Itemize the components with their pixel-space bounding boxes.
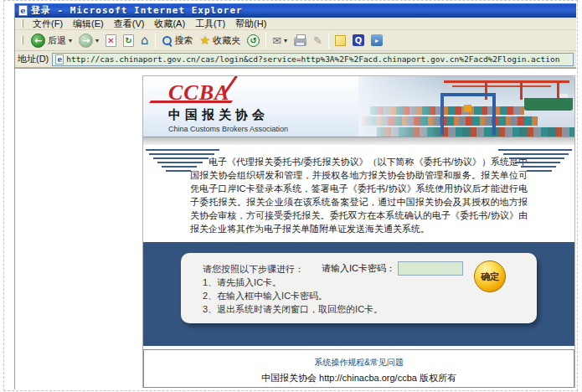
decor-lines-left: [146, 149, 223, 174]
back-label: 后退: [48, 34, 66, 47]
toolbar-grip: [21, 19, 23, 28]
menu-favorites[interactable]: 收藏(A): [149, 18, 190, 29]
login-section: 请您按照以下步骤进行： 1、请先插入IC卡。 2、在输入框中输入IC卡密码。 3…: [143, 242, 574, 346]
logo-swoosh: [224, 76, 238, 95]
page-favicon: e: [55, 54, 64, 64]
edit-button[interactable]: ✎: [310, 34, 326, 48]
history-icon: ↺: [247, 34, 260, 47]
back-button[interactable]: ← 后退 ▾: [28, 32, 75, 49]
login-box: 请您按照以下步骤进行： 1、请先插入IC卡。 2、在输入框中输入IC卡密码。 3…: [181, 253, 537, 323]
home-button[interactable]: ⌂: [137, 33, 152, 49]
forward-button[interactable]: → ▾: [75, 32, 102, 49]
menu-help[interactable]: 帮助(H): [230, 18, 271, 29]
browser-viewport: CCBA 中国报关协会 China Customs Brokers Associ…: [15, 68, 576, 389]
copyright-text: 中国报关协会 http://chinacba.org/ccba 版权所有: [144, 372, 574, 384]
ccba-logo-acronym: CCBA: [168, 82, 229, 104]
menu-file[interactable]: 文件(F): [28, 18, 68, 29]
refresh-button[interactable]: ↻: [120, 33, 137, 49]
mail-button[interactable]: ✉ ▾: [269, 34, 291, 48]
step-1: 1、请先插入IC卡。: [203, 276, 383, 289]
ic-card-password-input[interactable]: [398, 261, 463, 276]
print-icon: [294, 37, 306, 46]
forward-icon: →: [79, 34, 93, 48]
ic-card-password-label: 请输入IC卡密码：: [322, 262, 395, 275]
toolbar-separator: [328, 33, 329, 49]
stop-button[interactable]: ✕: [102, 33, 120, 49]
search-button[interactable]: 搜索: [158, 33, 197, 49]
mail-dropdown-icon: ▾: [284, 37, 287, 44]
edit-icon: ✎: [313, 35, 322, 46]
window-titlebar[interactable]: e 登录 - Microsoft Internet Explorer: [15, 3, 576, 18]
page-header: CCBA 中国报关协会 China Customs Brokers Associ…: [143, 76, 574, 137]
address-input[interactable]: e http://cas.chinaport.gov.cn/cas/login&…: [52, 53, 574, 66]
page-footer: 系统操作规程&常见问题 中国报关协会 http://chinacba.org/c…: [143, 349, 574, 388]
back-dropdown-icon: ▾: [69, 37, 72, 44]
system-description: 电子《代理报关委托书/委托报关协议》（以下简称《委托书/协议》）系统是中国报关协…: [190, 155, 528, 235]
ie-window: e 登录 - Microsoft Internet Explorer 文件(F)…: [14, 3, 576, 389]
toolbar-separator: [265, 33, 266, 49]
header-divider-band: [143, 137, 574, 145]
standard-toolbar: ← 后退 ▾ → ▾ ✕ ↻ ⌂ 搜索 ★: [15, 30, 576, 51]
address-url-text: http://cas.chinaport.gov.cn/cas/login&cd…: [66, 54, 559, 64]
stop-icon: ✕: [106, 34, 116, 47]
media-button[interactable]: ▸: [368, 33, 386, 48]
address-bar: 地址(D) e http://cas.chinaport.gov.cn/cas/…: [15, 51, 576, 68]
refresh-icon: ↻: [123, 34, 134, 47]
menu-view[interactable]: 查看(V): [109, 18, 150, 29]
search-label: 搜索: [175, 34, 193, 47]
favorites-label: 收藏夹: [213, 34, 240, 47]
step-2: 2、在输入框中输入IC卡密码。: [203, 289, 383, 302]
menu-bar: 文件(F) 编辑(E) 查看(V) 收藏(A) 工具(T) 帮助(H): [15, 18, 576, 30]
ccba-logo-english: China Customs Brokers Association: [168, 125, 288, 133]
toolbar-separator: [155, 33, 156, 49]
search-icon: [162, 35, 173, 46]
messenger-q-icon: Q: [353, 34, 364, 46]
note-icon: [335, 35, 346, 46]
confirm-button[interactable]: 确定: [474, 260, 506, 292]
screenshot-frame: e 登录 - Microsoft Internet Explorer 文件(F)…: [0, 0, 582, 392]
ccba-logo-chinese: 中国报关协会: [168, 107, 288, 123]
back-icon: ←: [31, 34, 45, 48]
media-icon: ▸: [371, 34, 383, 46]
ie-document-icon: e: [18, 5, 28, 16]
toolbar-grip: [21, 36, 23, 44]
menu-tools[interactable]: 工具(T): [190, 18, 230, 29]
container-port-photo: [358, 76, 574, 137]
window-title: 登录 - Microsoft Internet Explorer: [31, 4, 243, 17]
step-3: 3、退出系统时请关闭窗口，取回您的IC卡。: [203, 302, 383, 316]
favorites-icon: ★: [200, 34, 211, 46]
intro-section: 电子《代理报关委托书/委托报关协议》（以下简称《委托书/协议》）系统是中国报关协…: [143, 145, 574, 242]
photo-fade-overlay: [358, 76, 574, 137]
messenger-button[interactable]: Q: [349, 33, 368, 48]
favorites-button[interactable]: ★ 收藏夹: [197, 33, 245, 49]
home-icon: ⌂: [141, 34, 149, 47]
password-row: 请输入IC卡密码：: [322, 261, 463, 276]
print-button[interactable]: [291, 33, 310, 48]
forward-dropdown-icon: ▾: [95, 37, 99, 44]
ccba-login-page: CCBA 中国报关协会 China Customs Brokers Associ…: [142, 75, 575, 388]
ccba-logo: CCBA 中国报关协会 China Customs Brokers Associ…: [168, 82, 288, 133]
menu-edit[interactable]: 编辑(E): [68, 18, 109, 29]
address-label: 地址(D): [18, 53, 49, 65]
decor-lines-right: [495, 149, 572, 174]
faq-link[interactable]: 系统操作规程&常见问题: [144, 357, 574, 369]
notes-button[interactable]: [332, 34, 349, 48]
mail-icon: ✉: [272, 35, 281, 46]
history-button[interactable]: ↺: [244, 33, 263, 49]
